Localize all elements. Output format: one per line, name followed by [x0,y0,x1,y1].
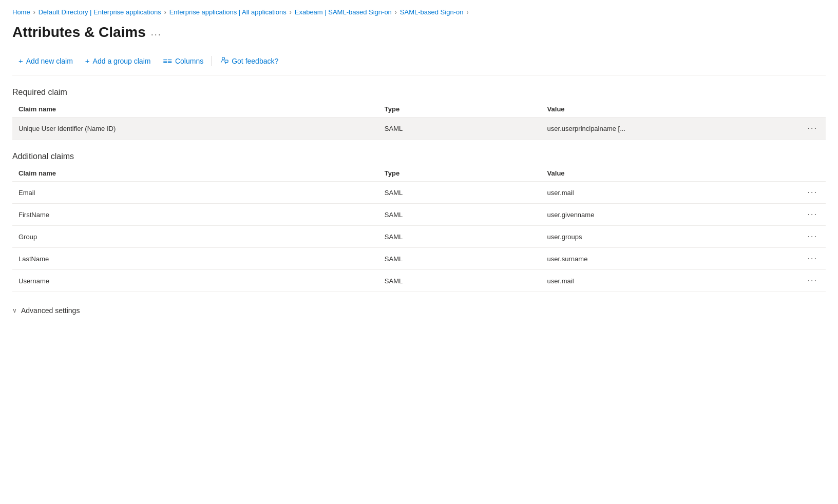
additional-claim-actions-4: ··· [785,270,826,292]
breadcrumb-sep-1: › [33,9,35,16]
additional-claim-more-button-1[interactable]: ··· [806,209,820,220]
additional-claim-row[interactable]: LastNameSAMLuser.surname··· [12,248,826,270]
additional-claims-section: Additional claims Claim name Type Value … [12,152,826,292]
additional-col-value: Value [541,165,785,182]
additional-claim-actions-2: ··· [785,226,826,248]
required-claim-section-title: Required claim [12,88,826,97]
breadcrumb-sep-5: › [466,9,468,16]
additional-claim-type-4: SAML [378,270,541,292]
breadcrumb-sep-2: › [164,9,166,16]
additional-claim-more-button-3[interactable]: ··· [806,253,820,264]
add-group-plus-icon: + [85,57,90,65]
additional-claim-name-1: FirstName [12,204,378,226]
breadcrumb-saml-sign-on[interactable]: SAML-based Sign-on [400,8,464,16]
required-col-claim-name: Claim name [12,101,378,118]
additional-claim-value-3: user.surname [541,248,785,270]
breadcrumb-all-applications[interactable]: Enterprise applications | All applicatio… [169,8,287,16]
additional-col-claim-name: Claim name [12,165,378,182]
additional-claim-actions-0: ··· [785,182,826,204]
additional-claims-header-row: Claim name Type Value [12,165,826,182]
additional-claim-row[interactable]: FirstNameSAMLuser.givenname··· [12,204,826,226]
required-col-actions [785,101,826,118]
advanced-settings-chevron-icon: ∨ [12,307,17,314]
additional-claim-value-0: user.mail [541,182,785,204]
additional-claim-row[interactable]: EmailSAMLuser.mail··· [12,182,826,204]
additional-claim-value-1: user.givenname [541,204,785,226]
required-claim-row[interactable]: Unique User Identifier (Name ID) SAML us… [12,118,826,140]
svg-point-0 [222,57,225,60]
feedback-icon [220,56,228,66]
add-new-claim-button[interactable]: + Add new claim [12,54,79,68]
feedback-label: Got feedback? [232,57,278,65]
svg-rect-1 [225,60,228,63]
columns-button[interactable]: ≡≡ Columns [157,53,209,68]
title-more-options[interactable]: ... [151,27,162,38]
additional-claim-actions-1: ··· [785,204,826,226]
required-claim-header-row: Claim name Type Value [12,101,826,118]
required-col-type: Type [378,101,541,118]
additional-claim-type-1: SAML [378,204,541,226]
required-claim-more-button[interactable]: ··· [806,123,820,134]
additional-claims-table: Claim name Type Value EmailSAMLuser.mail… [12,165,826,292]
add-new-claim-label: Add new claim [26,57,73,65]
additional-claims-section-title: Additional claims [12,152,826,161]
breadcrumb-exabeam[interactable]: Exabeam | SAML-based Sign-on [295,8,392,16]
required-claim-type: SAML [378,118,541,140]
toolbar: + Add new claim + Add a group claim ≡≡ C… [12,53,826,75]
breadcrumb-sep-4: › [395,9,397,16]
additional-claim-name-4: Username [12,270,378,292]
required-claim-section: Required claim Claim name Type Value Uni… [12,88,826,140]
additional-claim-name-3: LastName [12,248,378,270]
additional-claim-type-3: SAML [378,248,541,270]
additional-col-type: Type [378,165,541,182]
breadcrumb-default-directory[interactable]: Default Directory | Enterprise applicati… [39,8,161,16]
additional-claim-name-0: Email [12,182,378,204]
additional-col-actions [785,165,826,182]
additional-claim-type-0: SAML [378,182,541,204]
required-claim-actions: ··· [785,118,826,140]
additional-claim-row[interactable]: UsernameSAMLuser.mail··· [12,270,826,292]
additional-claim-row[interactable]: GroupSAMLuser.groups··· [12,226,826,248]
columns-label: Columns [175,57,203,65]
required-claim-value: user.userprincipalname [... [541,118,785,140]
advanced-settings[interactable]: ∨ Advanced settings [12,304,826,317]
add-claim-plus-icon: + [18,57,23,65]
breadcrumb-sep-3: › [290,9,292,16]
additional-claim-actions-3: ··· [785,248,826,270]
feedback-button[interactable]: Got feedback? [214,53,284,69]
additional-claim-more-button-2[interactable]: ··· [806,231,820,242]
columns-icon: ≡≡ [163,56,172,65]
toolbar-divider [212,56,212,66]
additional-claim-name-2: Group [12,226,378,248]
page-title-row: Attributes & Claims ... [12,24,826,41]
breadcrumb: Home › Default Directory | Enterprise ap… [12,8,826,16]
required-claim-name: Unique User Identifier (Name ID) [12,118,378,140]
additional-claim-value-4: user.mail [541,270,785,292]
additional-claim-value-2: user.groups [541,226,785,248]
add-group-claim-button[interactable]: + Add a group claim [79,54,157,68]
additional-claim-type-2: SAML [378,226,541,248]
additional-claim-more-button-4[interactable]: ··· [806,275,820,286]
additional-claim-more-button-0[interactable]: ··· [806,187,820,198]
breadcrumb-home[interactable]: Home [12,8,30,16]
required-claim-table: Claim name Type Value Unique User Identi… [12,101,826,140]
add-group-claim-label: Add a group claim [93,57,151,65]
advanced-settings-label: Advanced settings [21,306,80,315]
required-col-value: Value [541,101,785,118]
page-title: Attributes & Claims [12,24,146,41]
